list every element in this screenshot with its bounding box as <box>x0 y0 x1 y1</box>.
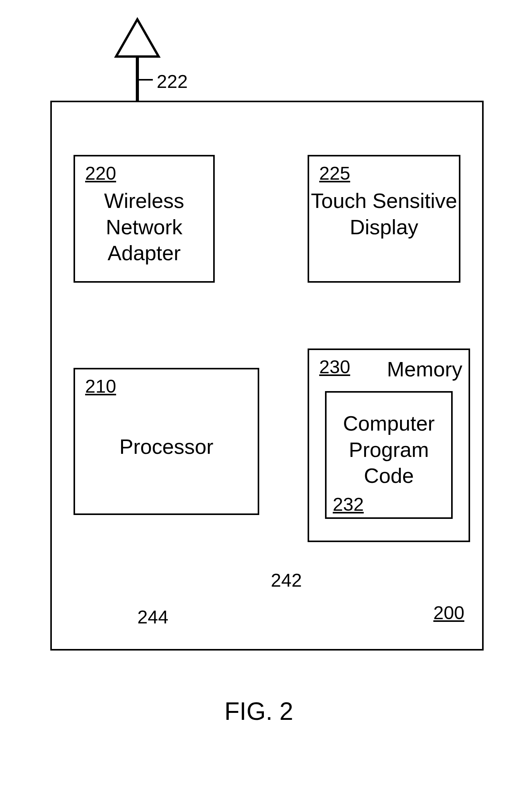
adapter-label: Wireless Network Adapter <box>75 188 213 266</box>
memory-ref: 230 <box>319 356 350 378</box>
display-label: Touch Sensitive Display <box>310 188 458 240</box>
antenna-ref: 222 <box>157 70 188 93</box>
display-ref: 225 <box>319 163 350 184</box>
adapter-ref: 220 <box>85 163 116 184</box>
processor-label: Processor <box>81 434 251 460</box>
device-ref: 200 <box>433 602 464 623</box>
figure-caption: FIG. 2 <box>224 697 293 726</box>
memory-label: Memory <box>387 356 462 383</box>
processor-ref: 210 <box>85 376 116 397</box>
mic-ref: 244 <box>137 606 168 628</box>
speaker-ref: 242 <box>271 569 302 592</box>
code-ref: 232 <box>333 494 364 515</box>
page: 200 222 220 Wireless Network Adapter 225… <box>0 0 532 800</box>
code-label: Computer Program Code <box>327 410 451 489</box>
